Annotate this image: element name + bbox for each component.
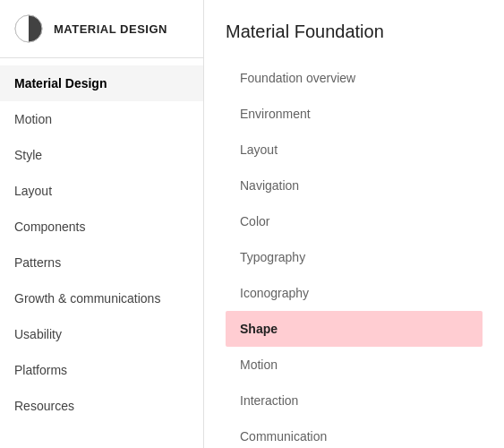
content-nav-item-color[interactable]: Color (226, 203, 483, 239)
content-nav-item-interaction[interactable]: Interaction (226, 383, 483, 418)
sidebar-header: MATERIAL DESIGN (0, 0, 203, 58)
sidebar-nav: Material DesignMotionStyleLayoutComponen… (0, 58, 203, 448)
content-nav-item-iconography[interactable]: Iconography (226, 275, 483, 311)
sidebar: MATERIAL DESIGN Material DesignMotionSty… (0, 0, 204, 448)
content-nav-item-communication[interactable]: Communication (226, 418, 483, 448)
sidebar-item-resources[interactable]: Resources (0, 388, 203, 424)
sidebar-item-style[interactable]: Style (0, 137, 203, 173)
content-nav-item-navigation[interactable]: Navigation (226, 168, 483, 203)
sidebar-item-growth-communications[interactable]: Growth & communications (0, 280, 203, 316)
sidebar-item-platforms[interactable]: Platforms (0, 352, 203, 388)
content-nav-item-layout[interactable]: Layout (226, 132, 483, 168)
main-content: Material Foundation Foundation overviewE… (204, 0, 504, 448)
logo-icon (14, 14, 43, 43)
content-nav-item-typography[interactable]: Typography (226, 239, 483, 275)
sidebar-item-components[interactable]: Components (0, 209, 203, 245)
content-nav-item-foundation-overview[interactable]: Foundation overview (226, 60, 483, 96)
content-nav-item-shape[interactable]: Shape (226, 311, 483, 347)
content-nav-item-environment[interactable]: Environment (226, 96, 483, 132)
content-nav: Foundation overviewEnvironmentLayoutNavi… (226, 60, 483, 448)
content-nav-item-motion[interactable]: Motion (226, 347, 483, 383)
app-container: MATERIAL DESIGN Material DesignMotionSty… (0, 0, 504, 448)
sidebar-item-material-design[interactable]: Material Design (0, 65, 203, 101)
sidebar-item-layout[interactable]: Layout (0, 173, 203, 209)
brand-name: MATERIAL DESIGN (54, 22, 167, 36)
sidebar-item-patterns[interactable]: Patterns (0, 245, 203, 280)
sidebar-item-usability[interactable]: Usability (0, 316, 203, 352)
section-title: Material Foundation (226, 22, 483, 42)
sidebar-item-motion[interactable]: Motion (0, 101, 203, 137)
